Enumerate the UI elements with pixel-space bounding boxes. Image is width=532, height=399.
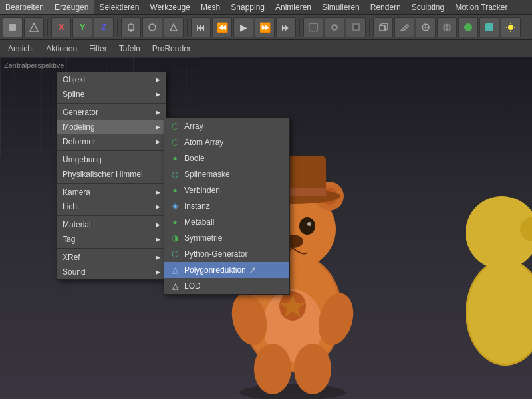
menu-bearbeiten[interactable]: Bearbeiten <box>0 0 49 14</box>
svg-point-54 <box>307 222 311 226</box>
instanz-label: Instanz <box>184 201 210 211</box>
toolbar2-tafeln[interactable]: Tafeln <box>114 43 146 55</box>
playback-next-btn[interactable]: ⏩ <box>255 17 275 37</box>
menu-snapping[interactable]: Snapping <box>225 0 270 14</box>
playback-prev-btn[interactable]: ⏪ <box>212 17 232 37</box>
submenu-lod[interactable]: △ LOD <box>164 278 289 294</box>
submenu-verbinden[interactable]: ● Verbinden <box>164 182 289 198</box>
generator-arrow: ▶ <box>156 109 160 116</box>
objekt-arrow: ▶ <box>156 76 160 83</box>
menu-umgebung[interactable]: Umgebung <box>57 152 166 167</box>
transform-rotate-btn[interactable] <box>142 17 162 37</box>
polygonreduktion-icon: △ <box>170 265 180 275</box>
spline-label: Spline <box>63 90 84 99</box>
licht-arrow: ▶ <box>156 203 160 210</box>
symmetrie-icon: ◑ <box>170 233 180 243</box>
menu-material[interactable]: Material ▶ <box>57 217 166 232</box>
toolbar: X Y Z ⏮ ⏪ ▶ ⏩ ⏭ <box>0 15 532 40</box>
svg-marker-6 <box>170 24 177 31</box>
submenu-atom-array[interactable]: ⬡ Atom Array <box>164 134 289 150</box>
menu-kamera[interactable]: Kamera ▶ <box>57 185 166 200</box>
menu-objekt[interactable]: Objekt ▶ <box>57 72 166 87</box>
menu-modeling[interactable]: Modeling ▶ <box>57 120 166 134</box>
icon-light-btn[interactable] <box>501 17 521 37</box>
playback-end-btn[interactable]: ⏭ <box>276 17 296 37</box>
modeling-arrow: ▶ <box>156 124 160 130</box>
menu-animieren[interactable]: Animieren <box>270 0 317 14</box>
menu-selektieren[interactable]: Selektieren <box>94 0 144 14</box>
transform-move-btn[interactable] <box>121 17 141 37</box>
playback-start-btn[interactable]: ⏮ <box>191 17 211 37</box>
axis-x-btn[interactable]: X <box>51 17 71 37</box>
submenu-symmetrie[interactable]: ◑ Symmetrie <box>164 230 289 246</box>
spline-arrow: ▶ <box>156 91 160 98</box>
menu-bar: Bearbeiten Erzeugen Selektieren Werkzeug… <box>0 0 532 15</box>
python-gen-label: Python-Generator <box>184 249 247 259</box>
atom-array-icon: ⬡ <box>170 137 180 148</box>
submenu-python-gen[interactable]: ⬡ Python-Generator <box>164 246 289 262</box>
cursor-indicator: ↗ <box>249 265 257 275</box>
menu-physhimmel[interactable]: Physikalischer Himmel <box>57 167 166 182</box>
menu-licht[interactable]: Licht ▶ <box>57 200 166 214</box>
svg-point-5 <box>149 24 156 31</box>
menu-sound[interactable]: Sound ▶ <box>57 265 166 279</box>
svg-point-52 <box>299 217 315 235</box>
menu-tag[interactable]: Tag ▶ <box>57 232 166 247</box>
submenu-boole[interactable]: ● Boole <box>164 150 289 166</box>
metaball-icon: ● <box>170 217 180 227</box>
toolbar2-aktionen[interactable]: Aktionen <box>41 43 82 55</box>
submenu-instanz[interactable]: ◈ Instanz <box>164 198 289 214</box>
svg-point-22 <box>464 23 472 31</box>
svg-rect-7 <box>309 23 317 31</box>
submenu-polygonreduktion[interactable]: △ Polygonreduktion ↗ <box>164 262 289 278</box>
cube-btn[interactable] <box>373 17 393 37</box>
pen-btn[interactable] <box>394 17 414 37</box>
deformer-arrow: ▶ <box>156 138 160 145</box>
transform-scale-btn[interactable] <box>164 17 184 37</box>
submenu-metaball[interactable]: ● Metaball <box>164 214 289 230</box>
python-gen-icon: ⬡ <box>170 249 180 259</box>
svg-rect-23 <box>485 23 493 31</box>
material-label: Material <box>63 220 91 229</box>
toolbar2-ansicht[interactable]: Ansicht <box>3 43 39 55</box>
axis-z-btn[interactable]: Z <box>94 17 114 37</box>
svg-point-40 <box>254 344 291 394</box>
menu-xref[interactable]: XRef ▶ <box>57 250 166 265</box>
snap-btn[interactable] <box>416 17 436 37</box>
sound-label: Sound <box>63 267 86 277</box>
deformer-label: Deformer <box>63 137 96 146</box>
menu-simulieren[interactable]: Simulieren <box>317 0 365 14</box>
render-region-btn[interactable] <box>303 17 323 37</box>
texture-btn[interactable] <box>437 17 457 37</box>
menu-mesh[interactable]: Mesh <box>196 0 225 14</box>
mode-object-btn[interactable] <box>3 17 23 37</box>
menu-erzeugen[interactable]: Erzeugen <box>49 0 94 14</box>
metaball-label: Metaball <box>184 217 214 227</box>
toolbar2-prorender[interactable]: ProRender <box>147 43 196 55</box>
menu-sculpting[interactable]: Sculpting <box>406 0 450 14</box>
menu-rendern[interactable]: Rendern <box>365 0 406 14</box>
svg-point-24 <box>508 25 513 30</box>
submenu-splinemaske[interactable]: ◎ Splinemaske <box>164 166 289 182</box>
submenu-array[interactable]: ⬡ Array <box>164 118 289 134</box>
playback-play-btn[interactable]: ▶ <box>233 17 253 37</box>
icon-green-btn[interactable] <box>458 17 478 37</box>
mode-edit-btn[interactable] <box>24 17 44 37</box>
toolbar2-filter[interactable]: Filter <box>84 43 112 55</box>
viewport-label: Zentralperspektive <box>4 61 65 69</box>
menu-werkzeuge[interactable]: Werkzeuge <box>144 0 195 14</box>
menu-spline[interactable]: Spline ▶ <box>57 87 166 102</box>
xref-arrow: ▶ <box>156 254 160 261</box>
svg-rect-11 <box>354 25 358 29</box>
icon-teal-btn[interactable] <box>479 17 499 37</box>
axis-y-btn[interactable]: Y <box>72 17 92 37</box>
svg-rect-2 <box>128 25 134 30</box>
generator-label: Generator <box>63 108 98 117</box>
erzeugen-dropdown: Objekt ▶ Spline ▶ Generator ▶ Modeling ▶… <box>57 72 166 280</box>
menu-motion-tracker[interactable]: Motion Tracker <box>450 0 513 14</box>
render-btn[interactable] <box>325 17 344 37</box>
render-to-po-btn[interactable] <box>346 17 366 37</box>
material-arrow: ▶ <box>156 221 160 228</box>
menu-deformer[interactable]: Deformer ▶ <box>57 134 166 149</box>
menu-generator[interactable]: Generator ▶ <box>57 105 166 120</box>
